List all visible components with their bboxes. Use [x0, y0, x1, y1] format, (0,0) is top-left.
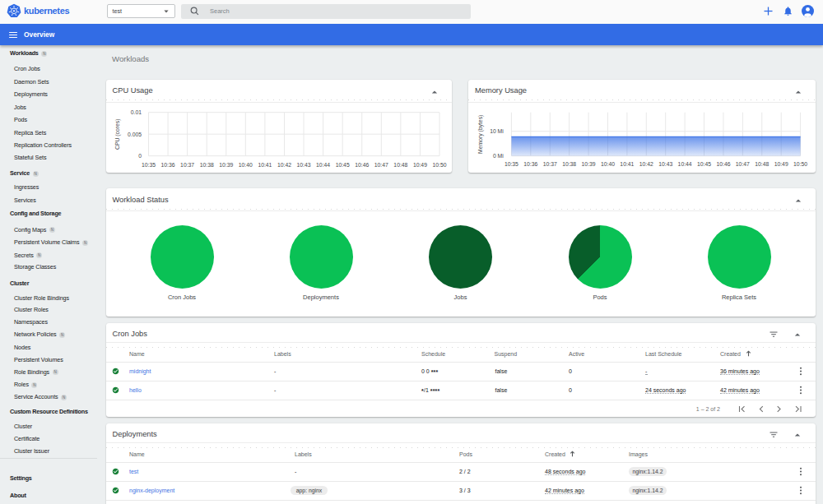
svg-text:10:38: 10:38: [199, 162, 213, 168]
svg-text:10:50: 10:50: [432, 162, 446, 168]
svg-text:10:46: 10:46: [716, 161, 730, 167]
svg-text:10:47: 10:47: [736, 161, 750, 167]
svg-text:10:42: 10:42: [639, 161, 653, 167]
svg-text:10:48: 10:48: [755, 161, 769, 167]
svg-text:0.005: 0.005: [127, 132, 141, 137]
svg-text:10:50: 10:50: [793, 161, 807, 167]
svg-text:10:43: 10:43: [296, 162, 310, 168]
svg-text:10:37: 10:37: [543, 161, 557, 167]
svg-text:10:48: 10:48: [393, 162, 407, 168]
svg-text:10:35: 10:35: [141, 162, 155, 168]
svg-text:Memory (bytes): Memory (bytes): [478, 115, 485, 154]
svg-text:10:41: 10:41: [620, 161, 634, 167]
svg-text:10:35: 10:35: [504, 161, 518, 167]
svg-text:10:39: 10:39: [219, 162, 233, 168]
svg-text:10:39: 10:39: [582, 161, 596, 167]
svg-text:10:43: 10:43: [658, 161, 672, 167]
svg-text:10:49: 10:49: [412, 162, 426, 168]
svg-text:10:45: 10:45: [335, 162, 349, 168]
svg-text:0 Mi: 0 Mi: [493, 153, 504, 159]
svg-text:10:36: 10:36: [523, 161, 537, 167]
svg-text:10:44: 10:44: [678, 161, 692, 167]
svg-text:10:46: 10:46: [355, 162, 369, 168]
svg-text:10:36: 10:36: [160, 162, 174, 168]
svg-text:10:44: 10:44: [316, 162, 330, 168]
svg-text:10:37: 10:37: [180, 162, 194, 168]
svg-text:10 Mi: 10 Mi: [490, 128, 504, 134]
svg-text:0: 0: [138, 153, 142, 159]
svg-text:10:42: 10:42: [277, 162, 291, 168]
svg-text:10:40: 10:40: [601, 161, 615, 167]
svg-text:10:47: 10:47: [374, 162, 388, 168]
svg-text:10:41: 10:41: [258, 162, 272, 168]
svg-text:CPU (cores): CPU (cores): [114, 119, 121, 150]
svg-text:10:45: 10:45: [697, 161, 711, 167]
svg-text:10:38: 10:38: [562, 161, 576, 167]
svg-text:0.01: 0.01: [130, 109, 141, 115]
svg-text:10:49: 10:49: [774, 161, 788, 167]
svg-text:10:40: 10:40: [238, 162, 252, 168]
